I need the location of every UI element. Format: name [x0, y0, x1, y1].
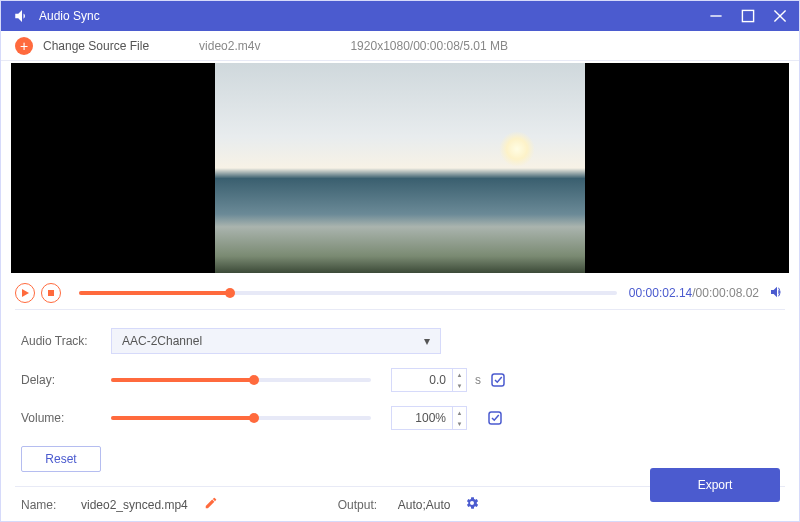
- close-icon[interactable]: [773, 9, 787, 23]
- source-toolbar: + Change Source File video2.m4v 1920x108…: [1, 31, 799, 61]
- volume-stepper[interactable]: ▲▼: [453, 406, 467, 430]
- delay-stepper[interactable]: ▲▼: [453, 368, 467, 392]
- name-label: Name:: [21, 498, 81, 512]
- output-settings-icon[interactable]: [464, 495, 480, 514]
- svg-rect-7: [489, 412, 501, 424]
- reset-button[interactable]: Reset: [21, 446, 101, 472]
- volume-reset-icon[interactable]: [486, 409, 504, 427]
- output-value: Auto;Auto: [398, 498, 451, 512]
- minimize-icon[interactable]: [709, 9, 723, 23]
- delay-slider[interactable]: [111, 378, 371, 382]
- source-meta: 1920x1080/00:00:08/5.01 MB: [350, 39, 507, 53]
- svg-marker-4: [22, 289, 29, 297]
- source-filename: video2.m4v: [199, 39, 260, 53]
- timecode: 00:00:02.14/00:00:08.02: [629, 286, 759, 300]
- play-button[interactable]: [15, 283, 35, 303]
- volume-value-input[interactable]: 100%: [391, 406, 453, 430]
- app-logo-icon: [13, 7, 31, 25]
- seek-slider[interactable]: [79, 291, 617, 295]
- chevron-down-icon: ▾: [424, 334, 430, 348]
- volume-slider[interactable]: [111, 416, 371, 420]
- export-button[interactable]: Export: [650, 468, 780, 502]
- svg-rect-5: [48, 290, 54, 296]
- volume-icon[interactable]: [769, 284, 785, 303]
- change-source-label[interactable]: Change Source File: [43, 39, 149, 53]
- delay-unit: s: [475, 373, 481, 387]
- title-bar: Audio Sync: [1, 1, 799, 31]
- audio-track-label: Audio Track:: [21, 334, 111, 348]
- stop-button[interactable]: [41, 283, 61, 303]
- app-title: Audio Sync: [39, 9, 100, 23]
- svg-rect-6: [492, 374, 504, 386]
- delay-label: Delay:: [21, 373, 111, 387]
- delay-value-input[interactable]: 0.0: [391, 368, 453, 392]
- video-preview[interactable]: [11, 63, 789, 273]
- volume-label: Volume:: [21, 411, 111, 425]
- svg-rect-1: [742, 10, 753, 21]
- playback-bar: 00:00:02.14/00:00:08.02: [1, 273, 799, 309]
- output-label: Output:: [338, 498, 398, 512]
- maximize-icon[interactable]: [741, 9, 755, 23]
- delay-reset-icon[interactable]: [489, 371, 507, 389]
- add-source-icon[interactable]: +: [15, 37, 33, 55]
- name-value: video2_synced.mp4: [81, 498, 188, 512]
- edit-name-icon[interactable]: [204, 496, 218, 513]
- audio-track-select[interactable]: AAC-2Channel ▾: [111, 328, 441, 354]
